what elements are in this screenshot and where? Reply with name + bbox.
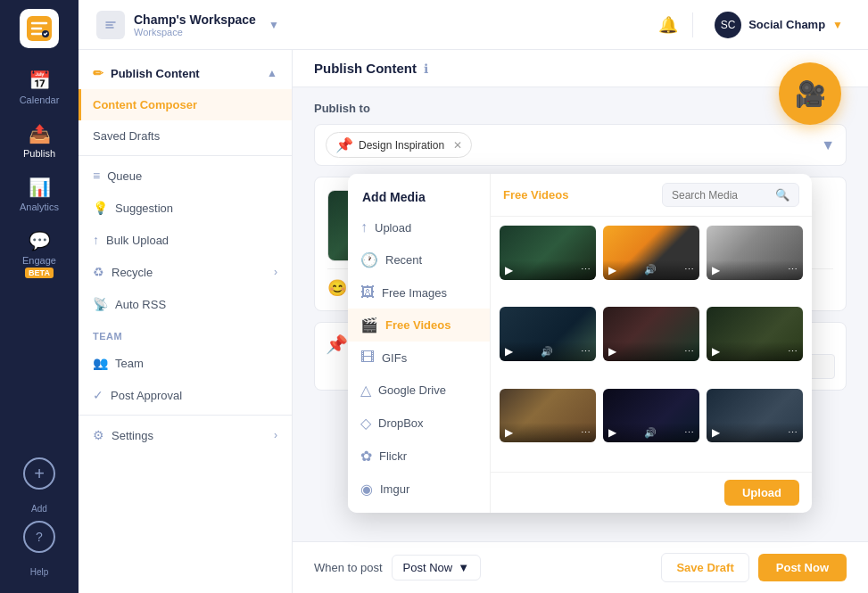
content-composer-label: Content Composer <box>93 98 197 111</box>
flickr-label: Flickr <box>379 449 407 463</box>
publish-to-label: Publish to <box>314 102 847 115</box>
free-videos-label: Free Videos <box>385 318 451 332</box>
video-thumb-7[interactable]: ▶ ⋯ <box>500 389 596 443</box>
topbar: Champ's Workspace Workspace ▼ 🔔 SC Socia… <box>79 0 868 50</box>
media-item-imgur[interactable]: ◉ Imgur <box>348 473 490 506</box>
saved-drafts-label: Saved Drafts <box>93 129 160 143</box>
video-more-icon-7[interactable]: ⋯ <box>581 427 591 439</box>
media-item-dropbox[interactable]: ◇ DropBox <box>348 407 490 440</box>
sidebar-item-content-composer[interactable]: Content Composer <box>79 89 292 120</box>
recent-icon: 🕐 <box>360 251 378 268</box>
settings-label: Settings <box>112 429 153 442</box>
sidebar-item-auto-rss[interactable]: 📡 Auto RSS <box>79 288 292 320</box>
bulk-upload-icon: ↑ <box>93 233 99 247</box>
sidebar-item-saved-drafts[interactable]: Saved Drafts <box>79 120 292 152</box>
video-play-icon-9: ▶ <box>712 426 720 439</box>
media-search-input[interactable] <box>672 189 770 202</box>
publish-to-row: 📌 Design Inspiration ✕ ▼ <box>314 124 847 166</box>
post-now-button[interactable]: Post Now <box>758 554 847 581</box>
engage-icon: 💬 <box>29 230 51 251</box>
sidebar-item-publish[interactable]: 📤 Publish <box>8 116 70 166</box>
video-fab-button[interactable]: 🎥 <box>779 62 841 125</box>
video-more-icon-3[interactable]: ⋯ <box>788 264 798 276</box>
video-play-icon-7: ▶ <box>505 426 513 439</box>
sidebar-item-team[interactable]: 👥 Team <box>79 347 292 379</box>
sidebar-item-suggestion[interactable]: 💡 Suggestion <box>79 192 292 224</box>
media-item-google-drive[interactable]: △ Google Drive <box>348 374 490 407</box>
media-item-free-videos[interactable]: 🎬 Free Videos <box>348 309 490 342</box>
video-thumb-1[interactable]: ▶ ⋯ <box>500 226 596 280</box>
media-content: Free Videos 🔍 ▶ ⋯ ▶ 🔊 ⋯ <box>491 174 812 513</box>
sidebar-section-chevron-icon: ▲ <box>267 67 277 79</box>
video-thumb-3[interactable]: ▶ ⋯ <box>707 226 803 280</box>
workspace-chevron-icon[interactable]: ▼ <box>269 19 279 31</box>
sidebar-item-publish-label: Publish <box>23 148 55 159</box>
sidebar-item-bulk-upload[interactable]: ↑ Bulk Upload <box>79 224 292 256</box>
video-thumb-5[interactable]: ▶ ⋯ <box>603 307 699 361</box>
media-item-recent[interactable]: 🕐 Recent <box>348 243 490 276</box>
sidebar-item-engage[interactable]: 💬 Engage BETA <box>8 223 70 285</box>
help-button[interactable]: ? <box>23 521 55 553</box>
video-vol-icon-2: 🔊 <box>644 264 657 276</box>
video-thumb-4[interactable]: ▶ 🔊 ⋯ <box>500 307 596 361</box>
user-badge[interactable]: SC Social Champ ▼ <box>707 8 850 42</box>
auto-rss-label: Auto RSS <box>115 298 166 311</box>
video-play-icon-1: ▶ <box>505 264 513 276</box>
sidebar-item-calendar[interactable]: 📅 Calendar <box>8 62 70 112</box>
free-videos-tab[interactable]: Free Videos <box>503 188 568 202</box>
gifs-icon: 🎞 <box>360 350 375 366</box>
google-drive-label: Google Drive <box>378 383 446 397</box>
emoji-icon[interactable]: 😊 <box>327 278 347 298</box>
user-name: Social Champ <box>748 18 825 31</box>
sidebar-item-analytics[interactable]: 📊 Analytics <box>8 169 70 219</box>
sidebar-item-queue[interactable]: ≡ Queue <box>79 160 292 192</box>
video-thumb-6[interactable]: ▶ ⋯ <box>707 307 803 361</box>
video-more-icon-6[interactable]: ⋯ <box>788 346 798 358</box>
platform-tag-close-icon[interactable]: ✕ <box>453 139 462 152</box>
add-media-title: Add Media <box>348 181 490 211</box>
video-more-icon-5[interactable]: ⋯ <box>684 346 694 358</box>
rss-icon: 📡 <box>93 297 108 311</box>
save-draft-button[interactable]: Save Draft <box>661 553 748 582</box>
video-more-icon-4[interactable]: ⋯ <box>581 346 591 358</box>
info-icon[interactable]: ℹ <box>424 62 428 76</box>
video-more-icon-1[interactable]: ⋯ <box>581 264 591 276</box>
video-more-icon-9[interactable]: ⋯ <box>788 427 798 439</box>
video-thumb-9[interactable]: ▶ ⋯ <box>707 389 803 443</box>
dropbox-icon: ◇ <box>360 415 371 432</box>
publish-content-header[interactable]: ✏ Publish Content ▲ <box>79 57 292 89</box>
media-sidebar: Add Media ↑ Upload 🕐 Recent 🖼 Free Image… <box>348 174 491 513</box>
media-item-flickr[interactable]: ✿ Flickr <box>348 440 490 473</box>
suggestion-label: Suggestion <box>115 202 173 215</box>
post-approval-icon: ✓ <box>93 388 103 402</box>
media-item-free-images[interactable]: 🖼 Free Images <box>348 276 490 309</box>
settings-icon: ⚙ <box>93 428 104 442</box>
video-thumb-8[interactable]: ▶ 🔊 ⋯ <box>603 389 699 443</box>
upload-button[interactable]: Upload <box>724 480 799 506</box>
bulk-upload-label: Bulk Upload <box>106 234 169 247</box>
when-to-post-select[interactable]: Post Now ▼ <box>392 555 482 581</box>
video-thumb-2[interactable]: ▶ 🔊 ⋯ <box>603 226 699 280</box>
media-item-upload[interactable]: ↑ Upload <box>348 211 490 243</box>
add-label: Add <box>31 504 47 514</box>
media-content-header: Free Videos 🔍 <box>491 174 812 217</box>
team-label: Team <box>115 357 144 370</box>
sidebar-item-recycle[interactable]: ♻ Recycle › <box>79 256 292 288</box>
publish-to-chevron-icon[interactable]: ▼ <box>821 137 835 153</box>
add-button[interactable]: + <box>23 457 55 490</box>
media-item-gifs[interactable]: 🎞 GIFs <box>348 342 490 374</box>
sidebar-item-post-approval[interactable]: ✓ Post Approval <box>79 379 292 411</box>
app-logo[interactable] <box>20 9 59 48</box>
workspace-icon <box>96 11 125 39</box>
notification-bell-icon[interactable]: 🔔 <box>658 15 678 35</box>
video-play-icon-4: ▶ <box>505 345 513 358</box>
video-more-icon-8[interactable]: ⋯ <box>684 427 694 439</box>
sidebar-item-settings[interactable]: ⚙ Settings › <box>79 419 292 451</box>
video-play-icon-8: ▶ <box>608 426 616 439</box>
video-more-icon-2[interactable]: ⋯ <box>684 264 694 276</box>
media-search: 🔍 <box>662 183 799 207</box>
video-camera-icon: 🎥 <box>795 79 826 109</box>
calendar-icon: 📅 <box>29 70 51 91</box>
when-to-post-bar: When to post Post Now ▼ Save Draft Post … <box>293 541 868 593</box>
platform-tag-design-inspiration[interactable]: 📌 Design Inspiration ✕ <box>326 132 472 158</box>
